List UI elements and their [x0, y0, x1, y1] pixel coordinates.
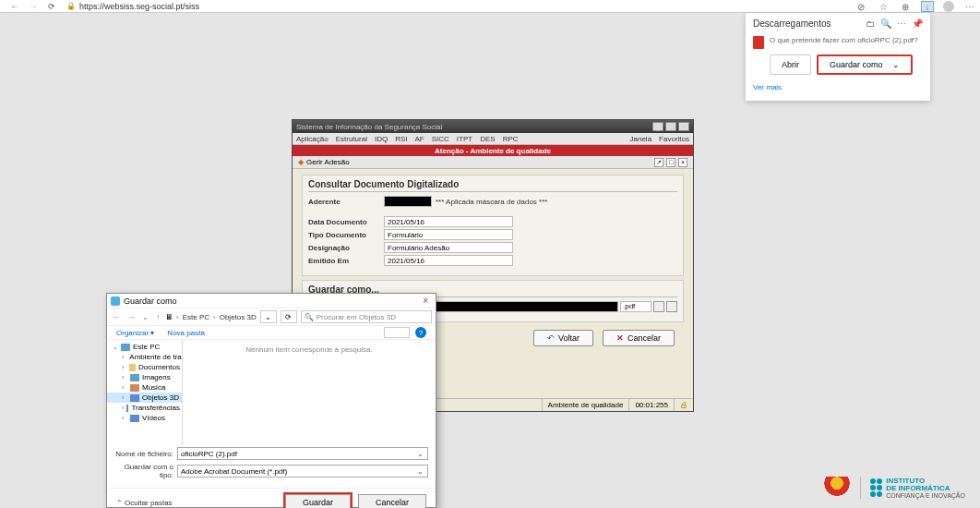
tracking-icon[interactable]: ⊘ — [855, 1, 867, 12]
designacao-value: Formulário Adesão — [384, 242, 513, 253]
designacao-label: Designação — [308, 244, 384, 252]
app-titlebar[interactable]: Sistema de Informação da Segurança Socia… — [293, 120, 693, 133]
dialog-icon — [111, 296, 120, 306]
see-more-link[interactable]: Ver mais — [753, 83, 782, 91]
filetype-label: Guardar com o tipo: — [114, 463, 177, 479]
lock-icon: 🔒 — [66, 2, 76, 10]
dialog-close-button[interactable]: × — [419, 296, 432, 306]
pin-icon[interactable]: 📌 — [912, 18, 923, 29]
mask-note: *** Aplicada máscara de dados *** — [436, 198, 547, 206]
organize-menu[interactable]: Organizar ▾ — [116, 329, 154, 337]
address-bar[interactable]: 🔒 https://websiss.seg-social.pt/siss — [66, 2, 199, 11]
sub-titlebar: ◆ Gerir Adesão ↗ □ × — [293, 156, 693, 169]
view-menu[interactable] — [384, 327, 410, 338]
open-folder-icon[interactable]: 🗀 — [866, 18, 875, 29]
cancelar-button[interactable]: ✕ Cancelar — [603, 330, 675, 346]
nav-up-icon[interactable]: ↑ — [154, 313, 161, 321]
footer-logos: INSTITUTO DE INFORMÁTICA CONFIANÇA E INO… — [823, 477, 965, 499]
search-icon: 🔍 — [305, 313, 314, 321]
save-as-button[interactable]: Guardar como ⌄ — [817, 54, 913, 75]
menu-idq[interactable]: IDQ — [375, 135, 388, 143]
menu-janela[interactable]: Janela — [630, 135, 652, 143]
menu-rsi[interactable]: RSI — [395, 135, 407, 143]
search-icon[interactable]: 🔍 — [880, 18, 891, 29]
menu-af[interactable]: AF — [415, 135, 424, 143]
reload-icon[interactable]: ⟳ — [44, 1, 59, 12]
sub-close-icon[interactable]: × — [678, 158, 687, 167]
app-menubar: Aplicação Estrutural IDQ RSI AF SICC ITP… — [293, 133, 693, 145]
data-doc-value: 2021/05/16 — [384, 216, 513, 227]
breadcrumb-p2[interactable]: Objetos 3D — [220, 313, 257, 321]
tree-este-pc[interactable]: ⌄Este PC — [107, 342, 182, 352]
tree-transferencias[interactable]: ›Transferências — [107, 403, 182, 413]
maximize-button[interactable]: □ — [665, 122, 676, 131]
tree-musica[interactable]: ›Música — [107, 382, 182, 393]
sub-maximize-icon[interactable]: □ — [666, 158, 675, 167]
tree-ambiente[interactable]: ›Ambiente de tra — [107, 352, 182, 362]
folder-tree: ⌄Este PC ›Ambiente de tra ›Documentos ›I… — [107, 340, 183, 445]
menu-estrutural[interactable]: Estrutural — [336, 135, 367, 143]
favorite-icon[interactable]: ☆ — [877, 1, 890, 12]
new-folder-button[interactable]: Nova pasta — [167, 329, 204, 337]
ficheiro-ext: .pdf — [620, 301, 651, 312]
refresh-button[interactable]: ⟳ — [281, 310, 297, 323]
tipo-doc-label: Tipo Documento — [308, 231, 384, 239]
collections-icon[interactable]: ⊕ — [899, 1, 912, 12]
emitido-value: 2021/05/16 — [384, 255, 513, 266]
printer-icon[interactable]: 🖨 — [674, 399, 693, 411]
help-icon[interactable]: ? — [415, 327, 426, 338]
sub-action-icon[interactable]: ↗ — [654, 158, 663, 167]
browse-icon[interactable] — [653, 301, 664, 312]
open-button[interactable]: Abrir — [770, 54, 811, 75]
url-text: https://websiss.seg-social.pt/siss — [79, 2, 199, 11]
tree-objetos-3d[interactable]: ›Objetos 3D — [107, 393, 182, 403]
hide-folders-toggle[interactable]: ⌃Ocultar pastas — [116, 499, 173, 507]
menu-des[interactable]: DES — [480, 135, 495, 143]
filename-input[interactable]: oficioRPC (2).pdf⌄ — [177, 447, 428, 460]
downloads-icon[interactable]: ↓ — [921, 1, 934, 12]
aderente-value-masked — [384, 196, 432, 207]
nav-back-icon[interactable]: ← — [111, 313, 122, 321]
more-icon[interactable]: ⋯ — [897, 18, 906, 29]
voltar-button[interactable]: ↶ Voltar — [533, 330, 593, 346]
more-icon[interactable]: ⋯ — [963, 1, 976, 12]
instituto-informatica-logo: INSTITUTO DE INFORMÁTICA CONFIANÇA E INO… — [870, 478, 965, 499]
tree-documentos[interactable]: ›Documentos — [107, 362, 182, 372]
nav-back-icon[interactable]: ← — [7, 1, 22, 12]
menu-sicc[interactable]: SICC — [432, 135, 449, 143]
sub-title: Gerir Adesão — [306, 158, 350, 166]
search-placeholder: Procurar em Objetos 3D — [317, 313, 396, 321]
dialog-titlebar[interactable]: Guardar como × — [107, 294, 436, 308]
emitido-label: Emitido Em — [308, 257, 384, 265]
filename-label: Nome de ficheiro: — [114, 450, 177, 458]
close-button[interactable]: × — [678, 122, 689, 131]
breadcrumb-p1[interactable]: Este PC — [183, 313, 209, 321]
cancel-button[interactable]: Cancelar — [358, 494, 426, 508]
tree-imagens[interactable]: ›Imagens — [107, 372, 182, 382]
search-input[interactable]: 🔍 Procurar em Objetos 3D — [301, 310, 432, 323]
ficheiro-path-masked — [413, 301, 618, 312]
minimize-button[interactable]: _ — [652, 122, 663, 131]
clear-icon[interactable] — [666, 301, 677, 312]
downloads-panel: Descarregamentos 🗀 🔍 ⋯ 📌 O que pretende … — [746, 13, 930, 101]
seg-social-logo — [823, 477, 851, 499]
save-button[interactable]: Guardar — [285, 494, 351, 508]
menu-rpc[interactable]: RPC — [503, 135, 519, 143]
pdf-icon — [753, 36, 764, 49]
profile-avatar[interactable] — [943, 1, 954, 12]
menu-favoritos[interactable]: Favoritos — [659, 135, 689, 143]
menu-itpt[interactable]: ITPT — [457, 135, 472, 143]
pc-icon: 🖥 — [165, 313, 173, 321]
tree-videos[interactable]: ›Vídeos — [107, 413, 182, 423]
folder-content: Nenhum item corresponde à pesquisa. — [183, 340, 436, 445]
panel-consultar: Consultar Documento Digitalizado Aderent… — [302, 175, 684, 276]
cancel-x-icon: ✕ — [616, 333, 624, 343]
nav-forward-icon[interactable]: → — [125, 313, 137, 321]
nav-forward-icon[interactable]: → — [26, 1, 41, 12]
breadcrumb-dropdown[interactable]: ⌄ — [260, 310, 277, 323]
menu-aplicacao[interactable]: Aplicação — [296, 135, 329, 143]
dialog-title: Guardar como — [124, 296, 177, 306]
nav-recent-icon[interactable]: ⌄ — [140, 313, 150, 321]
empty-message: Nenhum item corresponde à pesquisa. — [245, 345, 372, 354]
filetype-select[interactable]: Adobe Acrobat Document (*.pdf)⌄ — [177, 465, 428, 478]
